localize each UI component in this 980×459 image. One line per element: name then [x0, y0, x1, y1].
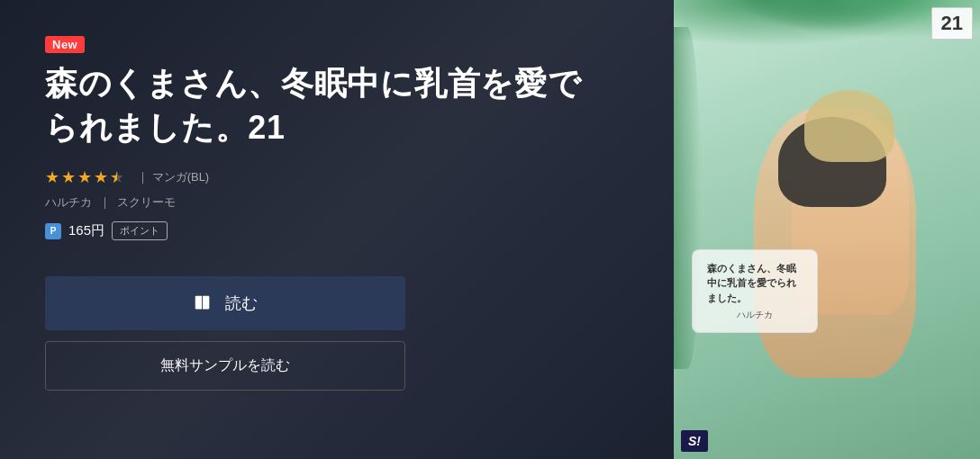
genre-label: ｜ マンガ(BL): [137, 169, 209, 185]
star-half-5: [110, 167, 124, 187]
star-1: ★: [45, 167, 59, 187]
left-section: New 森のくまさん、冬眠中に乳首を愛で られました。21 ★ ★ ★ ★ ｜ …: [0, 0, 674, 459]
separator: ｜: [99, 195, 111, 209]
price-amount: 165円: [68, 222, 104, 239]
point-icon: P: [45, 223, 61, 239]
buttons-section: 読む 無料サンプルを読む: [45, 276, 405, 391]
author-row: ハルチカ ｜ スクリーモ: [45, 194, 638, 211]
page-container: New 森のくまさん、冬眠中に乳首を愛で られました。21 ★ ★ ★ ★ ｜ …: [0, 0, 980, 459]
read-icon: [193, 293, 213, 313]
cover-author-text: ハルチカ: [707, 309, 803, 321]
star-2: ★: [61, 167, 76, 187]
cover-text-overlay: 森のくまさん、冬眠中に乳首を愛でられました。 ハルチカ: [692, 249, 818, 334]
price-row: P 165円 ポイント: [45, 221, 638, 240]
cover-publisher: S!: [681, 430, 708, 452]
author-name: ハルチカ: [45, 195, 92, 209]
star-3: ★: [77, 167, 92, 187]
character-hair-light: [804, 90, 894, 162]
new-badge: New: [45, 36, 85, 53]
cover-title-text: 森のくまさん、冬眠中に乳首を愛でられました。: [707, 261, 803, 306]
sample-button[interactable]: 無料サンプルを読む: [45, 341, 405, 391]
star-4: ★: [94, 167, 108, 187]
star-rating: ★ ★ ★ ★: [45, 167, 124, 187]
book-title: 森のくまさん、冬眠中に乳首を愛で られました。21: [45, 62, 638, 149]
book-open-icon: [193, 293, 213, 313]
volume-number: 21: [931, 7, 973, 40]
read-button[interactable]: 読む: [45, 276, 405, 330]
read-label: 読む: [225, 292, 258, 314]
point-badge: ポイント: [112, 221, 168, 240]
sample-label: 無料サンプルを読む: [160, 356, 290, 375]
publisher-name: スクリーモ: [117, 195, 176, 209]
rating-row: ★ ★ ★ ★ ｜ マンガ(BL): [45, 167, 638, 187]
book-cover: 21 森のくまさん、冬眠中に乳首を愛でられました。 ハルチカ S!: [674, 0, 980, 459]
right-section: 21 森のくまさん、冬眠中に乳首を愛でられました。 ハルチカ S!: [674, 0, 980, 459]
